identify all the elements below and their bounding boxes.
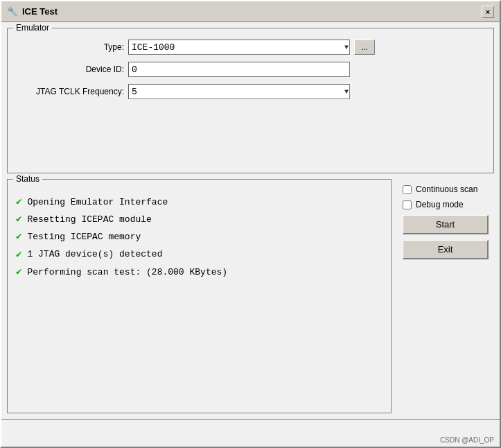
status-item-text: Opening Emulator Interface [27,194,168,210]
status-group: Status ✔ Opening Emulator Interface ✔ Re… [7,179,392,413]
emulator-group: Emulator Type: ICE-1000 ICE-2000 ▼ ... D… [7,28,494,173]
device-id-label: Device ID: [13,64,124,74]
app-icon: 🔧 [7,6,18,17]
list-item: ✔ Opening Emulator Interface [16,193,383,211]
check-icon: ✔ [16,211,21,228]
bottom-area: Status ✔ Opening Emulator Interface ✔ Re… [7,179,494,413]
jtag-label: JTAG TCLK Frequency: [13,87,124,96]
footer-text: CSDN @ADI_OP [440,436,494,444]
emulator-legend: Emulator [13,23,52,33]
type-select[interactable]: ICE-1000 ICE-2000 [128,40,350,55]
continuous-scan-row: Continuous scan [403,184,489,194]
device-id-input[interactable] [128,62,350,77]
status-item-text: Performing scan test: (28.000 KBytes) [27,264,227,280]
controls-panel: Continuous scan Debug mode Start Exit [397,179,494,413]
jtag-row: JTAG TCLK Frequency: 5 10 15 20 ▼ [13,84,488,99]
device-id-row: Device ID: [13,62,488,77]
status-legend: Status [13,174,42,184]
window-title: ICE Test [22,6,58,17]
title-bar: 🔧 ICE Test × [1,1,500,22]
continuous-scan-label: Continuous scan [416,184,477,194]
jtag-select-wrapper: 5 10 15 20 ▼ [128,84,350,99]
list-item: ✔ 1 JTAG device(s) detected [16,246,383,264]
list-item: ✔ Performing scan test: (28.000 KBytes) [16,264,383,281]
status-item-text: 1 JTAG device(s) detected [27,246,162,262]
browse-button[interactable]: ... [354,40,375,55]
exit-button[interactable]: Exit [403,240,489,259]
check-icon: ✔ [16,193,21,211]
window-content: Emulator Type: ICE-1000 ICE-2000 ▼ ... D… [1,22,500,419]
list-item: ✔ Testing ICEPAC memory [16,228,383,245]
type-row: Type: ICE-1000 ICE-2000 ▼ ... [13,40,488,55]
jtag-select[interactable]: 5 10 15 20 [128,84,350,99]
status-item-text: Resetting ICEPAC module [27,212,151,227]
continuous-scan-checkbox[interactable] [403,185,412,194]
check-icon: ✔ [16,228,21,245]
debug-mode-checkbox[interactable] [403,200,412,209]
close-button[interactable]: × [482,6,494,18]
list-item: ✔ Resetting ICEPAC module [16,211,383,228]
check-icon: ✔ [16,264,21,281]
main-window: 🔧 ICE Test × Emulator Type: ICE-1000 ICE… [0,0,501,448]
debug-mode-row: Debug mode [403,200,489,209]
status-list: ✔ Opening Emulator Interface ✔ Resetting… [13,191,385,284]
status-item-text: Testing ICEPAC memory [27,229,141,245]
type-select-wrapper: ICE-1000 ICE-2000 ▼ [128,40,350,55]
footer-bar: CSDN @ADI_OP [1,419,500,447]
start-button[interactable]: Start [403,215,489,234]
check-icon: ✔ [16,246,21,264]
type-label: Type: [13,42,124,52]
debug-mode-label: Debug mode [416,200,464,209]
title-bar-left: 🔧 ICE Test [7,6,58,17]
